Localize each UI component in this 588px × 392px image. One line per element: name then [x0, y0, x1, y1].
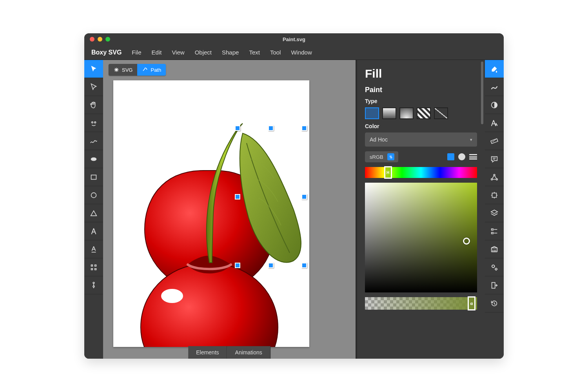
selection-handle[interactable] [268, 263, 274, 268]
breadcrumb-path-label: Path [151, 67, 161, 73]
panel-title: Fill [365, 67, 477, 80]
svg-rect-15 [492, 232, 494, 234]
menu-text[interactable]: Text [249, 49, 260, 56]
window-title: Paint.svg [84, 36, 504, 42]
breadcrumb-svg[interactable]: SVG [109, 64, 137, 76]
panel-properties[interactable] [485, 222, 504, 240]
alpha-slider[interactable]: α [365, 297, 477, 310]
menu-file[interactable]: File [132, 49, 141, 56]
tool-view-crop[interactable] [84, 258, 103, 276]
svg-rect-13 [492, 193, 497, 197]
svg-point-17 [495, 268, 497, 270]
tool-shape-builder[interactable] [84, 114, 103, 132]
svg-canvas[interactable] [113, 80, 309, 347]
type-linear-gradient[interactable] [382, 107, 396, 119]
picker-mode-square[interactable] [447, 153, 454, 160]
selection-handle[interactable] [301, 125, 307, 131]
svg-point-1 [94, 122, 96, 123]
svg-point-6 [93, 285, 94, 287]
tool-text[interactable] [84, 222, 103, 240]
tool-edit-path[interactable] [84, 78, 103, 96]
svg-point-0 [92, 122, 93, 123]
svg-rect-14 [492, 229, 494, 230]
breadcrumb: SVG Path [109, 64, 166, 76]
hue-slider[interactable]: H [365, 167, 477, 178]
svg-rect-9 [491, 138, 498, 143]
tool-freehand[interactable] [84, 132, 103, 150]
chevron-down-icon: ▾ [470, 137, 472, 142]
titlebar[interactable]: Paint.svg [84, 33, 504, 45]
panel-ruler[interactable] [485, 132, 504, 150]
fill-panel: Fill Paint Type Color Ad Hoc ▾ sRGB ⇅ [356, 60, 485, 359]
color-space-value: sRGB [370, 154, 383, 160]
saturation-value-picker[interactable] [365, 183, 477, 292]
panel-stroke[interactable] [485, 78, 504, 96]
panel-artboard[interactable] [485, 186, 504, 204]
panel-settings[interactable] [485, 258, 504, 276]
tool-connector[interactable] [84, 276, 103, 294]
tool-pan-hand[interactable] [84, 96, 103, 114]
menu-view[interactable]: View [172, 49, 184, 56]
panel-compositing[interactable] [485, 96, 504, 114]
color-preset-select[interactable]: Ad Hoc ▾ [365, 132, 477, 147]
breadcrumb-path[interactable]: Path [137, 64, 166, 76]
picker-mode-sliders[interactable] [469, 154, 477, 160]
svg-point-10 [494, 174, 495, 176]
selection-handle[interactable] [235, 125, 240, 131]
tab-animations[interactable]: Animations [227, 346, 270, 359]
color-label: Color [365, 123, 477, 129]
menu-shape[interactable]: Shape [222, 49, 239, 56]
app-brand[interactable]: Boxy SVG [91, 49, 122, 56]
panel-comments[interactable] [485, 150, 504, 168]
menu-edit[interactable]: Edit [152, 49, 162, 56]
tool-rectangle[interactable] [84, 168, 103, 186]
type-label: Type [365, 98, 477, 104]
tool-circle[interactable] [84, 186, 103, 204]
svg-point-12 [496, 178, 498, 180]
menu-tool[interactable]: Tool [270, 49, 281, 56]
color-space-select[interactable]: sRGB ⇅ [365, 151, 398, 162]
panel-section: Paint [365, 86, 477, 94]
picker-mode-wheel[interactable] [458, 153, 465, 160]
canvas-area[interactable]: SVG Path [103, 60, 356, 359]
selection-handle[interactable] [301, 263, 307, 268]
selection-handle[interactable] [235, 194, 240, 200]
app-body: SVG Path [84, 60, 504, 359]
left-toolbar [84, 60, 103, 359]
updown-icon: ⇅ [387, 153, 394, 160]
tool-triangle[interactable] [84, 204, 103, 222]
panel-scrollbar[interactable] [481, 62, 483, 124]
breadcrumb-svg-label: SVG [122, 67, 132, 73]
type-none[interactable] [434, 107, 448, 119]
panel-export[interactable] [485, 276, 504, 294]
panel-layers[interactable] [485, 204, 504, 222]
menubar: Boxy SVG File Edit View Object Shape Tex… [84, 45, 504, 60]
selection-handle[interactable] [235, 263, 240, 268]
tab-elements[interactable]: Elements [188, 346, 227, 359]
svg-rect-3 [91, 175, 96, 179]
panel-fill[interactable] [485, 60, 504, 78]
type-radial-gradient[interactable] [399, 107, 414, 119]
sv-cursor[interactable] [463, 238, 470, 245]
panel-history[interactable] [485, 294, 504, 312]
menu-object[interactable]: Object [195, 49, 212, 56]
tool-ellipse-blob[interactable] [84, 150, 103, 168]
tool-text-path[interactable] [84, 240, 103, 258]
asterisk-icon [113, 67, 120, 73]
panel-geometry[interactable] [485, 168, 504, 186]
hue-thumb[interactable]: H [384, 166, 392, 179]
paint-type-row [365, 107, 477, 119]
canvas-artwork [113, 80, 309, 347]
menu-window[interactable]: Window [291, 49, 312, 56]
type-pattern[interactable] [417, 107, 431, 119]
panel-library[interactable] [485, 240, 504, 258]
selection-handle[interactable] [301, 194, 307, 200]
tool-cursor[interactable] [84, 60, 103, 78]
type-solid[interactable] [365, 107, 379, 119]
selection-handle[interactable] [268, 125, 274, 131]
svg-point-4 [91, 192, 96, 198]
alpha-thumb[interactable]: α [468, 296, 475, 310]
panel-typography[interactable] [485, 114, 504, 132]
right-toolbar [485, 60, 504, 359]
svg-point-2 [91, 157, 97, 161]
